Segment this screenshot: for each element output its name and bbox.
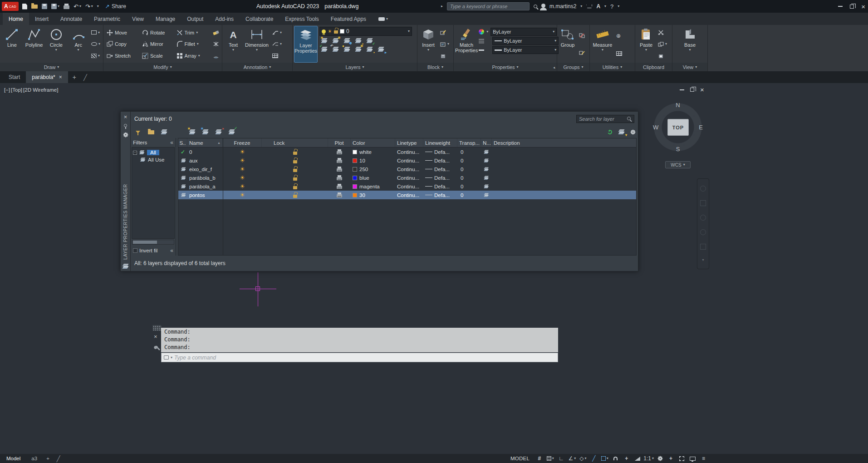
freeze-toggle-icon[interactable]: ☀ [240, 183, 245, 189]
filter-node-all-used[interactable]: All Use [133, 156, 173, 163]
panel-label-properties[interactable]: Properties▾ [454, 63, 557, 71]
ribbon-tab-annotate[interactable]: Annotate [54, 13, 88, 25]
panel-label-modify[interactable]: Modify▾ [103, 63, 222, 71]
store-cart-icon[interactable] [586, 5, 592, 8]
lineweight-value[interactable]: Defa... [434, 192, 450, 198]
paste-special-tool[interactable] [657, 53, 668, 59]
palette-grip-icon[interactable] [152, 325, 161, 331]
col-plot[interactable]: Plot [328, 138, 351, 147]
ribbon-tab-parametric[interactable]: Parametric [88, 13, 126, 25]
caret-icon[interactable]: ▾ [618, 5, 619, 8]
undo-button[interactable]: ↶▾ [74, 4, 81, 10]
measure-tool[interactable]: Measure ▾ [591, 26, 614, 63]
viewport-visual-style-control[interactable]: [2D Wireframe] [23, 87, 59, 93]
linetype-value[interactable]: Continu... [395, 184, 423, 189]
fillet-tool[interactable]: Fillet▾ [177, 41, 209, 47]
layer-freeze-tool[interactable]: ❄ [343, 37, 351, 44]
layer-isolate-tool[interactable]: ☀ [332, 37, 340, 44]
signed-in-user[interactable]: m.martins2 [549, 3, 576, 10]
help-search-input[interactable] [447, 2, 530, 10]
freeze-toggle-icon[interactable]: ☀ [240, 158, 245, 163]
color-wheel-icon[interactable] [479, 29, 484, 34]
help-icon[interactable]: ? [610, 3, 613, 10]
transparency-value[interactable]: 0 [457, 167, 481, 172]
viewport-minimize-control[interactable]: [−] [4, 87, 10, 93]
layer-row[interactable]: eixo_dir_f ☀ 250 Continu... Defa... 0 [178, 165, 636, 173]
panel-label-utilities[interactable]: Utilities▾ [590, 63, 635, 71]
plot-toggle-icon[interactable] [337, 168, 342, 172]
ribbon-display-toggle[interactable]: ▾ [378, 13, 388, 25]
lineweight-value[interactable]: Defa... [434, 167, 450, 172]
transparency-value[interactable]: 0 [457, 149, 481, 155]
plot-toggle-icon[interactable] [337, 194, 342, 197]
osnap-toggle[interactable]: ▾ [600, 454, 609, 463]
layer-make-current-tool[interactable]: ✓ [320, 46, 329, 53]
edit-attributes-tool[interactable]: ▾ [439, 41, 451, 47]
col-linetype[interactable]: Linetype [395, 138, 423, 147]
text-tool[interactable]: A Text ▾ [224, 26, 243, 63]
new-vp-freeze-icon[interactable] [484, 176, 489, 180]
panel-label-block[interactable]: Block▾ [417, 63, 453, 71]
transparency-value[interactable]: 0 [457, 192, 481, 198]
trim-tool[interactable]: Trim▾ [177, 30, 209, 36]
ribbon-tab-collaborate[interactable]: Collaborate [240, 13, 279, 25]
layer-properties-button[interactable]: Layer Properties [294, 26, 318, 63]
array-tool[interactable]: Array▾ [177, 53, 209, 59]
clean-screen-toggle[interactable] [677, 454, 687, 463]
linetype-value[interactable]: Continu... [395, 149, 423, 155]
transparency-value[interactable]: 0 [457, 175, 481, 181]
drawing-area[interactable]: [−] [Top] [2D Wireframe] × N S W E TOP W… [0, 83, 868, 454]
command-history[interactable]: Command: Command: Command: [161, 328, 558, 352]
scale-tool[interactable]: Scale [142, 53, 174, 59]
new-drawing-tab-button[interactable]: + [68, 71, 81, 83]
linetype-value[interactable]: Continu... [395, 192, 423, 198]
lineweight-dropdown[interactable]: ByLayer▾ [492, 46, 559, 54]
filter-node-all[interactable]: − All [133, 149, 173, 156]
leader-tool[interactable]: ▾ [271, 30, 283, 35]
color-swatch[interactable] [353, 150, 357, 154]
ortho-toggle[interactable]: ∟ [556, 454, 566, 463]
annotation-scale-control[interactable]: 1:1▾ [643, 454, 654, 463]
group-edit-tool[interactable] [578, 50, 586, 56]
open-file-button[interactable] [31, 5, 38, 9]
plot-button[interactable] [64, 4, 69, 9]
layer-row-selected[interactable]: pontos ☀ 30 Continu... Defa... 0 [178, 191, 636, 199]
freeze-toggle-icon[interactable]: ☀ [240, 175, 245, 181]
grid-toggle[interactable]: # [535, 454, 544, 463]
viewcube-top-face[interactable]: TOP [667, 119, 689, 136]
freeze-toggle-icon[interactable]: ☀ [240, 192, 245, 198]
caret-icon[interactable]: ▾ [702, 258, 704, 262]
layer-row[interactable]: parábola_a ☀ magenta Continu... Defa... … [178, 182, 636, 191]
autocad-logo-icon[interactable]: ACAD [2, 2, 19, 11]
lock-toggle-icon[interactable] [293, 186, 297, 189]
linetype-value[interactable]: Continu... [395, 158, 423, 163]
layer-dropdown[interactable]: ☀ 0 ▾ [319, 27, 412, 36]
col-lock[interactable]: Lock [262, 138, 328, 147]
col-status[interactable]: S.. [178, 138, 187, 147]
object-color-dropdown[interactable]: ByLayer▾ [490, 28, 557, 36]
copy-clip-tool[interactable]: ▾ [657, 41, 668, 47]
transparency-value[interactable]: 0 [457, 184, 481, 189]
tree-expander-icon[interactable]: − [133, 151, 137, 155]
col-description[interactable]: Description [492, 138, 636, 147]
viewcube-east[interactable]: E [699, 124, 703, 131]
file-tab-start[interactable]: Start [3, 71, 26, 83]
set-current-layer-button[interactable]: ✓ [228, 128, 236, 136]
new-file-button[interactable] [22, 4, 27, 10]
caret-icon[interactable]: ▾ [604, 5, 606, 8]
palette-close-icon[interactable]: × [124, 114, 128, 120]
linetype-value[interactable]: Continu... [395, 167, 423, 172]
new-vp-freeze-icon[interactable] [484, 150, 489, 154]
layer-off-tool[interactable]: ✶ [320, 37, 329, 44]
mirror-tool[interactable]: Mirror [142, 41, 174, 47]
navigation-bar[interactable]: ▾ [697, 178, 709, 269]
nav-wheel-icon[interactable] [700, 186, 706, 192]
autodesk-app-icon[interactable]: A [596, 3, 600, 10]
ungroup-tool[interactable] [578, 33, 586, 39]
snap-toggle[interactable]: ▾ [545, 454, 555, 463]
line-tool[interactable]: Line [1, 26, 23, 63]
toggle-overrides-button[interactable]: ▾ [618, 128, 626, 136]
match-properties-tool[interactable]: Match Properties [455, 26, 478, 63]
hatch-tool[interactable]: ▾ [90, 53, 102, 59]
layer-states-button[interactable] [160, 128, 168, 136]
